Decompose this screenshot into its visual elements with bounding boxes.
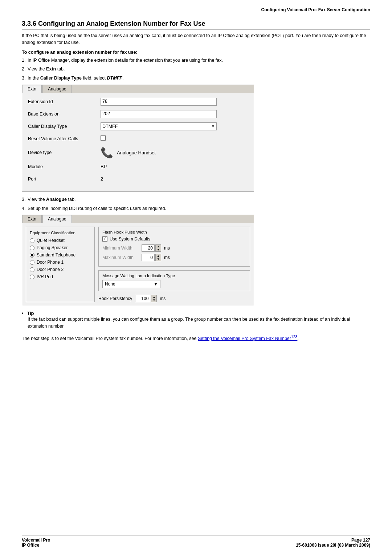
extn-panel: Extn Analogue Extension Id 78 Base Exten… [22,85,254,192]
voicemail-pro-link[interactable]: Setting the Voicemail Pro System Fax Num… [198,336,297,341]
reset-volume-row: Reset Volume After Calls [28,134,248,143]
extn-tab-bar: Extn Analogue [22,85,254,93]
reset-volume-checkbox[interactable] [101,135,106,141]
tip-text: If the fax board can support multiple li… [28,316,370,330]
module-control: BP [101,164,248,169]
maximum-width-up[interactable]: ▲ [156,254,161,258]
analogue-panel: Extn Analogue Equipment Classification Q… [22,215,254,306]
reset-volume-label: Reset Volume After Calls [28,136,101,141]
radio-door-phone-2-btn[interactable] [30,267,34,272]
tip-bullet-label: • Tip [22,311,370,316]
maximum-width-label: Maximum Width [102,255,139,260]
footer-issue: 15-601063 Issue 20I (03 March 2009) [296,543,370,548]
maximum-width-down[interactable]: ▼ [156,258,161,261]
minimum-width-value[interactable]: 20 [142,244,155,252]
flash-hook-title: Flash Hook Pulse Width [102,230,246,234]
device-type-value: Analogue Handset [117,150,156,155]
minimum-width-arrows: ▲ ▼ [155,244,161,252]
device-type-label: Device type [28,150,101,155]
use-system-defaults-label: Use System Defaults [110,236,150,242]
module-row: Module BP [28,162,248,171]
reset-volume-control [101,135,248,142]
radio-ivr-port: IVR Port [30,274,91,279]
section-heading: 3.3.6 Configuring an Analog Extension Nu… [22,20,370,29]
maximum-width-spinner: 0 ▲ ▼ [142,254,161,261]
radio-ivr-port-label: IVR Port [37,274,53,279]
equipment-classification-title: Equipment Classification [30,231,91,235]
base-extension-input[interactable]: 202 [101,110,217,118]
extension-id-label: Extension Id [28,99,101,104]
footer-product: Voicemail Pro [22,538,50,543]
intro-text: If the PC that is being used as the fax … [22,32,370,46]
tab-extn-2[interactable]: Extn [22,215,42,223]
device-type-row: Device type 📞 Analogue Handset [28,147,248,159]
header-title: Configuring Voicemail Pro: Fax Server Co… [261,7,370,12]
right-panel: Flash Hook Pulse Width Use System Defaul… [98,227,250,302]
radio-door-phone-2: Door Phone 2 [30,267,91,272]
tab-analogue-2[interactable]: Analogue [42,215,72,223]
radio-standard-telephone-btn[interactable] [30,253,34,258]
caller-display-select[interactable]: DTMFF ▼ [101,122,217,130]
equipment-classification-panel: Equipment Classification Quiet Headset P… [26,227,95,302]
hook-persistency-arrows: ▲ ▼ [151,295,157,302]
step-3b: 3. View the Analogue tab. [22,196,370,203]
footer-bar: Voicemail Pro IP Office Page 127 15-6010… [22,535,370,548]
hook-persistency-spinner: 100 ▲ ▼ [135,295,157,302]
caller-display-row: Caller Display Type DTMFF ▼ [28,122,248,131]
minimum-width-down[interactable]: ▼ [156,248,161,251]
minimum-width-ms: ms [164,246,170,251]
minimum-width-label: Minimum Width [102,246,139,251]
minimum-width-row: Minimum Width 20 ▲ ▼ ms [102,244,246,252]
base-extension-row: Base Extension 202 [28,110,248,118]
message-waiting-title: Message Waiting Lamp Indication Type [102,274,246,278]
extn-form-body: Extension Id 78 Base Extension 202 Calle… [22,93,254,191]
footer-text-pre: The next step is to set the Voicemail Pr… [22,336,198,341]
module-label: Module [28,164,101,169]
hook-persistency-ms: ms [160,296,166,301]
hook-persistency-label: Hook Persistency [98,296,132,301]
port-value: 2 [101,176,103,182]
radio-quiet-headset-btn[interactable] [30,238,34,243]
tab-extn[interactable]: Extn [22,85,42,93]
extension-id-control: 78 [101,98,248,106]
analogue-body: Equipment Classification Quiet Headset P… [22,223,254,306]
radio-paging-speaker-label: Paging Speaker [37,245,68,250]
radio-door-phone-1-label: Door Phone 1 [37,260,64,265]
tab-analogue-1[interactable]: Analogue [42,85,72,93]
tip-label: Tip [27,311,34,316]
radio-standard-telephone: Standard Telephone [30,252,91,258]
message-waiting-value: None [105,281,115,287]
page-header: Configuring Voicemail Pro: Fax Server Co… [22,7,370,14]
link-superscript: 123 [291,335,297,339]
minimum-width-up[interactable]: ▲ [156,245,161,248]
step-1: 1. In IP Office Manager, display the ext… [22,57,370,64]
extension-id-row: Extension Id 78 [28,97,248,106]
footer-link-text: The next step is to set the Voicemail Pr… [22,334,370,342]
caller-display-label: Caller Display Type [28,124,101,129]
footer-text-post: . [297,336,298,341]
radio-paging-speaker: Paging Speaker [30,245,91,250]
tip-section: • Tip If the fax board can support multi… [22,311,370,330]
module-value: BP [101,164,107,169]
maximum-width-value[interactable]: 0 [142,254,155,261]
base-extension-label: Base Extension [28,112,101,117]
hook-persistency-row: Hook Persistency 100 ▲ ▼ ms [98,295,250,302]
hook-persistency-value[interactable]: 100 [135,295,150,302]
message-waiting-dropdown-icon: ▼ [154,281,158,287]
use-system-defaults-checkbox[interactable] [102,236,107,242]
analogue-tab-bar: Extn Analogue [22,215,254,223]
radio-paging-speaker-btn[interactable] [30,246,34,250]
radio-door-phone-1-btn[interactable] [30,260,34,265]
message-waiting-select[interactable]: None ▼ [102,280,160,288]
port-row: Port 2 [28,175,248,183]
message-waiting-box: Message Waiting Lamp Indication Type Non… [98,270,250,291]
footer-brand: IP Office [22,543,50,548]
step-4: 4. Set up the incoming DDI routing of ca… [22,205,370,212]
use-system-defaults-row: Use System Defaults [102,236,246,242]
hook-persistency-up[interactable]: ▲ [151,295,156,299]
radio-door-phone-2-label: Door Phone 2 [37,267,64,272]
hook-persistency-down[interactable]: ▼ [151,299,156,302]
radio-ivr-port-btn[interactable] [30,275,34,279]
caller-display-value: DTMFF [102,124,118,129]
extension-id-input[interactable]: 78 [101,98,217,106]
